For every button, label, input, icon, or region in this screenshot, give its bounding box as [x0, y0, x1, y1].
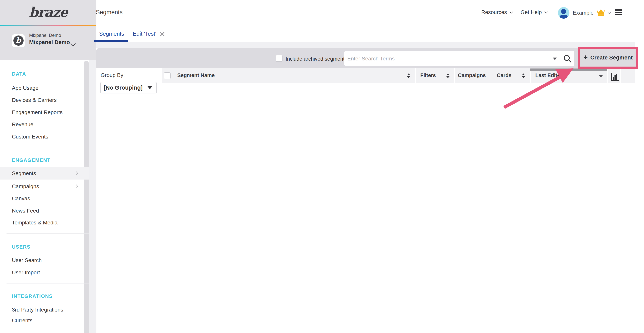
table-header-border: [162, 83, 634, 83]
sidebar-divider: [6, 233, 89, 234]
workspace-group-label: Mixpanel Demo: [29, 33, 61, 38]
sidebar-item-revenue[interactable]: Revenue: [0, 119, 89, 130]
chevron-down-icon: [70, 41, 76, 46]
column-divider: [492, 68, 492, 83]
include-archived-checkbox[interactable]: [276, 55, 282, 62]
logo-area: braze: [0, 0, 96, 25]
column-header-segment-name[interactable]: Segment Name: [177, 73, 215, 79]
sidebar-section-users: USERS: [12, 243, 30, 251]
sidebar-item-devices-carriers[interactable]: Devices & Carriers: [0, 95, 89, 106]
chevron-down-icon: [544, 10, 548, 14]
sidebar-section-engagement: ENGAGEMENT: [12, 156, 50, 164]
column-header-last-edited[interactable]: Last Edited: [535, 73, 563, 79]
dropdown-caret-icon[interactable]: [599, 75, 603, 78]
sidebar-item-user-search[interactable]: User Search: [0, 255, 89, 266]
tab-segments[interactable]: Segments: [99, 31, 124, 37]
include-archived-label: Include archived segments: [286, 56, 347, 62]
group-by-value: [No Grouping]: [104, 84, 142, 91]
sidebar-item-segments[interactable]: Segments: [0, 167, 89, 180]
sidebar-item-currents[interactable]: Currents: [0, 315, 89, 326]
sort-icon[interactable]: [522, 73, 525, 78]
sidebar-item-custom-events[interactable]: Custom Events: [0, 131, 89, 142]
chevron-right-icon: [74, 185, 78, 188]
workspace-selector[interactable]: b Mixpanel Demo Mixpanel Demo: [0, 26, 96, 60]
sidebar-item-engagement-reports[interactable]: Engagement Reports: [0, 107, 89, 118]
braze-app: braze b Mixpanel Demo Mixpanel Demo DATA…: [0, 0, 644, 333]
menu-icon[interactable]: [615, 10, 622, 16]
tab-edit-test[interactable]: Edit 'Test': [133, 31, 165, 37]
sidebar-item-news-feed[interactable]: News Feed: [0, 205, 89, 216]
crown-icon: [597, 9, 605, 17]
bar-chart-icon[interactable]: [611, 73, 619, 81]
group-by-label: Group By:: [100, 72, 125, 78]
search-placeholder: Enter Search Terms: [347, 56, 395, 62]
close-icon[interactable]: [160, 32, 165, 37]
panel-divider: [162, 68, 162, 333]
sidebar-divider: [6, 283, 89, 284]
column-divider: [454, 68, 455, 83]
workspace-name: Mixpanel Demo: [29, 39, 70, 46]
sidebar-item-user-import[interactable]: User Import: [0, 267, 89, 278]
dropdown-caret-icon: [147, 86, 152, 89]
sort-icon[interactable]: [446, 73, 450, 78]
column-header-campaigns[interactable]: Campaigns: [458, 73, 486, 79]
sidebar-item-campaigns[interactable]: Campaigns: [0, 181, 89, 192]
annotation-highlight-box: + Create Segment: [578, 47, 638, 69]
search-icon[interactable]: [563, 54, 572, 63]
resources-menu[interactable]: Resources: [481, 9, 512, 15]
column-divider: [620, 68, 621, 83]
braze-logo: braze: [0, 4, 96, 20]
select-all-checkbox[interactable]: [164, 72, 170, 79]
sidebar-section-integrations: INTEGRATIONS: [12, 292, 53, 300]
chevron-right-icon: [74, 171, 78, 175]
content-gutter: [96, 42, 634, 48]
sidebar-item-3rd-party-integrations[interactable]: 3rd Party Integrations: [0, 304, 89, 315]
sidebar-divider: [6, 147, 89, 147]
top-bar-divider: [96, 25, 644, 25]
sort-icon[interactable]: [407, 73, 410, 78]
workspace-avatar-letter: b: [14, 36, 24, 46]
sorted-column-indicator: [530, 69, 607, 71]
sidebar-item-templates-media[interactable]: Templates & Media: [0, 217, 89, 228]
sidebar-scroll-track: [89, 60, 96, 333]
sidebar-section-data: DATA: [12, 70, 26, 78]
column-divider: [415, 68, 416, 83]
user-avatar-icon[interactable]: [558, 7, 570, 19]
sidebar-item-canvas[interactable]: Canvas: [0, 193, 89, 204]
sidebar-item-app-usage[interactable]: App Usage: [0, 83, 89, 93]
get-help-menu[interactable]: Get Help: [520, 9, 548, 15]
chevron-down-icon: [608, 11, 611, 14]
user-menu[interactable]: Example: [573, 9, 611, 17]
chevron-down-icon: [510, 10, 513, 14]
column-header-cards[interactable]: Cards: [497, 73, 512, 79]
create-segment-button[interactable]: + Create Segment: [580, 49, 636, 67]
plus-icon: +: [584, 53, 588, 61]
column-divider: [607, 68, 608, 83]
workspace-avatar: b: [12, 34, 25, 47]
column-header-filters[interactable]: Filters: [420, 73, 436, 79]
sidebar: braze b Mixpanel Demo Mixpanel Demo DATA…: [0, 0, 96, 333]
page-title: Segments: [96, 9, 123, 16]
sidebar-border: [96, 42, 96, 333]
search-dropdown-caret-icon[interactable]: [553, 58, 557, 60]
